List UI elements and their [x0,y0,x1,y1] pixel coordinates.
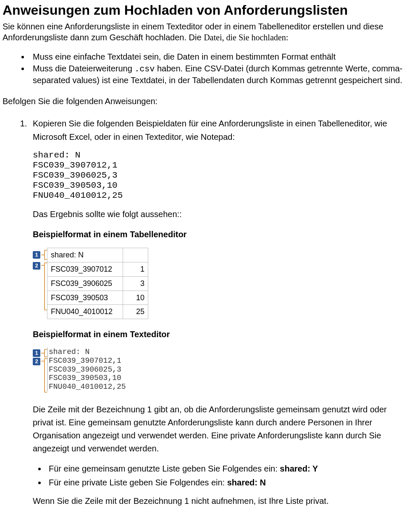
option-text: Für eine gemeinsam genutzte Liste geben … [49,464,280,473]
option-text: Für eine private Liste geben Sie Folgend… [49,478,227,487]
spreadsheet-table-wrap: shared: N FSC039_3907012 1 FSC039_390602… [47,248,148,319]
texteditor-block-wrap: shared: N FSC039_3907012,1 FSC039_390602… [47,348,126,391]
cell: FSC039_3907012 [47,262,123,277]
steps-list: Kopieren Sie die folgenden Beispieldaten… [3,117,404,508]
option-bold: shared: Y [280,464,318,473]
step-item: Kopieren Sie die folgenden Beispieldaten… [29,117,404,508]
subhead-texteditor: Beispielformat in einem Texteditor [33,328,404,341]
callout-column: 1 2 [33,248,47,311]
cell: shared: N [47,248,123,262]
bracket-icon [40,358,47,393]
list-item: Für eine gemeinsam genutzte Liste geben … [46,462,404,475]
table-row: FSC039_3907012 1 [47,262,148,277]
intro-text: Sie können eine Anforderungsliste in ein… [3,22,383,42]
table-row: FSC039_390503 10 [47,291,148,305]
intro-serif-phrase: Datei, die Sie hochladen: [204,33,288,42]
cell: 10 [123,291,148,305]
requirement-item: Muss die Dateierweiterung .csv haben. Ei… [29,63,404,86]
intro-paragraph: Sie können eine Anforderungsliste in ein… [3,21,404,43]
cell: FNU040_4010012 [47,305,123,319]
cell: 1 [123,262,148,277]
table-row: FSC039_3906025 3 [47,276,148,291]
table-row: FNU040_4010012 25 [47,305,148,319]
bracket-icon [40,249,47,261]
cell: 25 [123,305,148,319]
cell: FSC039_390503 [47,291,123,305]
requirement-item: Muss eine einfache Textdatei sein, die D… [29,51,404,62]
list-item: Für eine private Liste geben Sie Folgend… [46,476,404,489]
cell [123,248,148,262]
sample-code-block: shared: N FSC039_3907012,1 FSC039_390602… [33,150,404,201]
closing-paragraph: Wenn Sie die Zeile mit der Bezeichnung 1… [33,494,404,508]
bracket-icon [40,349,47,358]
table-row: shared: N [47,248,148,262]
texteditor-content: shared: N FSC039_3907012,1 FSC039_390602… [49,348,126,391]
bracket-icon [40,262,47,311]
requirements-list: Muss eine einfache Textdatei sein, die D… [3,51,404,86]
spreadsheet-table: shared: N FSC039_3907012 1 FSC039_390602… [47,248,148,319]
explain-paragraph: Die Zeile mit der Bezeichnung 1 gibt an,… [33,403,404,455]
cell: 3 [123,276,148,291]
subhead-spreadsheet: Beispielformat in einem Tabelleneditor [33,228,404,241]
callout-badge-2: 2 [33,358,40,365]
page-title: Anweisungen zum Hochladen von Anforderun… [3,2,404,19]
step-intro: Kopieren Sie die folgenden Beispieldaten… [33,117,404,144]
spreadsheet-example: 1 2 shared: N [33,248,404,319]
callout-badge-1: 1 [33,251,40,259]
texteditor-example: 1 2 shared: N FSC039_3907012,1 FSC039_39… [33,348,404,393]
cell: FSC039_3906025 [47,276,123,291]
callout-badge-1: 1 [33,349,40,357]
req-text: Muss die Dateierweiterung [33,64,134,73]
result-line: Das Ergebnis sollte wie folgt aussehen:: [33,207,404,221]
option-bold: shared: N [227,478,266,487]
shared-options-list: Für eine gemeinsam genutzte Liste geben … [33,462,404,489]
callout-column: 1 2 [33,348,47,393]
callout-badge-2: 2 [33,262,40,270]
follow-instructions: Befolgen Sie die folgenden Anweisungen: [3,96,404,107]
code-inline: .csv [134,64,155,74]
